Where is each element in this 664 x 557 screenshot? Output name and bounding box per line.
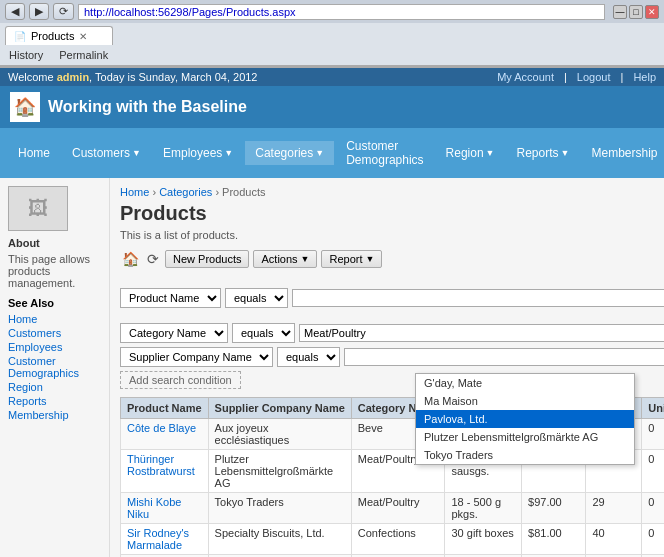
app-header: Welcome admin, Today is Sunday, March 04… xyxy=(0,68,664,86)
maximize-button[interactable]: □ xyxy=(629,5,643,19)
sidebar-link-home[interactable]: Home xyxy=(8,313,101,325)
nav-customer-demographics[interactable]: Customer Demographics xyxy=(336,134,433,172)
supplier-option-ma-maison[interactable]: Ma Maison xyxy=(416,392,634,410)
history-button[interactable]: History xyxy=(5,48,47,62)
new-products-button[interactable]: New Products xyxy=(165,250,249,268)
brand-icon: 🏠 xyxy=(10,92,40,122)
browser-tab[interactable]: 📄 Products ✕ xyxy=(5,26,113,45)
cell-in-stock: 29 xyxy=(586,493,642,524)
tab-close-icon[interactable]: ✕ xyxy=(79,31,87,42)
nav-membership[interactable]: Membership xyxy=(581,141,664,165)
my-account-link[interactable]: My Account xyxy=(497,71,554,83)
cell-on-order: 0 xyxy=(642,419,664,450)
about-text: This page allows products management. xyxy=(8,253,101,289)
nav-employees[interactable]: Employees ▼ xyxy=(153,141,243,165)
filter-3-value[interactable] xyxy=(344,348,664,366)
product-link-0[interactable]: Côte de Blaye xyxy=(127,422,196,434)
cell-supplier: Tokyo Traders xyxy=(208,493,351,524)
report-caret: ▼ xyxy=(366,254,375,264)
brand-bar: 🏠 Working with the Baseline xyxy=(0,86,664,128)
filter-row-3: Supplier Company Name equals 🟥 ➕ G'day, … xyxy=(120,347,664,367)
cell-price: $81.00 xyxy=(522,524,586,555)
welcome-text: Welcome admin, Today is Sunday, March 04… xyxy=(8,71,257,83)
product-link-1[interactable]: Thüringer Rostbratwurst xyxy=(127,453,195,477)
report-button[interactable]: Report ▼ xyxy=(321,250,382,268)
breadcrumb-home[interactable]: Home xyxy=(120,186,149,198)
filter-1-operator[interactable]: equals xyxy=(225,288,288,308)
add-condition-button[interactable]: Add search condition xyxy=(120,371,241,389)
sidebar-link-membership[interactable]: Membership xyxy=(8,409,101,421)
filter-3-operator[interactable]: equals xyxy=(277,347,340,367)
filter-1-value[interactable] xyxy=(292,289,664,307)
cell-product-name: Côte de Blaye xyxy=(121,419,209,450)
supplier-option-pavlova[interactable]: Pavlova, Ltd. xyxy=(416,410,634,428)
nav-reports[interactable]: Reports ▼ xyxy=(507,141,580,165)
header-nav: My Account | Logout | Help xyxy=(497,71,656,83)
breadcrumb: Home › Categories › Products xyxy=(120,186,664,198)
filter-3-field[interactable]: Supplier Company Name xyxy=(120,347,273,367)
filter-2-field[interactable]: Category Name xyxy=(120,323,228,343)
supplier-option-gday[interactable]: G'day, Mate xyxy=(416,374,634,392)
main-content: Home › Categories › Products Products Th… xyxy=(110,178,664,557)
product-link-2[interactable]: Mishi Kobe Niku xyxy=(127,496,181,520)
breadcrumb-categories[interactable]: Categories xyxy=(159,186,212,198)
sidebar-link-customer-demographics[interactable]: Customer Demographics xyxy=(8,355,101,379)
cell-supplier: Aux joyeux ecclésiastiques xyxy=(208,419,351,450)
logout-link[interactable]: Logout xyxy=(577,71,611,83)
col-supplier: Supplier Company Name xyxy=(208,398,351,419)
cell-supplier: Specialty Biscuits, Ltd. xyxy=(208,524,351,555)
filter-2-operator[interactable]: equals xyxy=(232,323,295,343)
nav-categories[interactable]: Categories ▼ xyxy=(245,141,334,165)
col-product-name: Product Name xyxy=(121,398,209,419)
sidebar-image: 🖼 xyxy=(8,186,68,231)
window-controls: — □ ✕ xyxy=(613,5,659,19)
cell-qty: 30 gift boxes xyxy=(445,524,522,555)
today-text: Today is Sunday, March 04, 2012 xyxy=(95,71,257,83)
address-bar[interactable] xyxy=(78,4,605,20)
sidebar-link-reports[interactable]: Reports xyxy=(8,395,101,407)
help-link[interactable]: Help xyxy=(633,71,656,83)
nav-home[interactable]: Home xyxy=(8,141,60,165)
filter-1-field[interactable]: Product Name xyxy=(120,288,221,308)
cell-on-order: 0 xyxy=(642,493,664,524)
product-link-3[interactable]: Sir Rodney's Marmalade xyxy=(127,527,189,551)
cell-product-name: Sir Rodney's Marmalade xyxy=(121,524,209,555)
nav-region[interactable]: Region ▼ xyxy=(436,141,505,165)
cell-product-name: Thüringer Rostbratwurst xyxy=(121,450,209,493)
brand-title: Working with the Baseline xyxy=(48,98,247,116)
cell-category: Meat/Poultry xyxy=(351,493,445,524)
browser-chrome: ◀ ▶ ⟳ — □ ✕ 📄 Products ✕ History Permali… xyxy=(0,0,664,68)
browser-toolbar: History Permalink xyxy=(0,45,664,67)
actions-label: Actions xyxy=(261,253,297,265)
tab-icon: 📄 xyxy=(14,31,26,42)
cell-supplier: Plutzer Lebensmittelgroßmärkte AG xyxy=(208,450,351,493)
sidebar-link-region[interactable]: Region xyxy=(8,381,101,393)
customers-caret: ▼ xyxy=(132,148,141,158)
refresh-button[interactable]: ⟳ xyxy=(53,3,74,20)
col-on-order: Units On Order xyxy=(642,398,664,419)
reports-caret: ▼ xyxy=(561,148,570,158)
cell-product-name: Mishi Kobe Niku xyxy=(121,493,209,524)
browser-titlebar: ◀ ▶ ⟳ — □ ✕ xyxy=(0,0,664,23)
permalink-button[interactable]: Permalink xyxy=(55,48,112,62)
home-icon-btn[interactable]: 🏠 xyxy=(120,249,141,269)
nav-customers[interactable]: Customers ▼ xyxy=(62,141,151,165)
back-button[interactable]: ◀ xyxy=(5,3,25,20)
browser-tabbar: 📄 Products ✕ xyxy=(0,23,664,45)
filters: Product Name equals 🟥 Search Reset Categ… xyxy=(120,277,664,389)
sidebar-link-customers[interactable]: Customers xyxy=(8,327,101,339)
filter-2-value[interactable] xyxy=(299,324,664,342)
page-title: Products xyxy=(120,202,664,225)
close-button[interactable]: ✕ xyxy=(645,5,659,19)
supplier-option-tokyo[interactable]: Tokyo Traders xyxy=(416,446,634,464)
forward-button[interactable]: ▶ xyxy=(29,3,49,20)
cell-category: Confections xyxy=(351,524,445,555)
refresh-icon-btn[interactable]: ⟳ xyxy=(145,249,161,269)
see-also-label: See Also xyxy=(8,297,101,309)
sidebar-link-employees[interactable]: Employees xyxy=(8,341,101,353)
page-description: This is a list of products. xyxy=(120,229,664,241)
cell-on-order: 0 xyxy=(642,524,664,555)
minimize-button[interactable]: — xyxy=(613,5,627,19)
supplier-option-plutzer[interactable]: Plutzer Lebensmittelgroßmärkte AG xyxy=(416,428,634,446)
actions-button[interactable]: Actions ▼ xyxy=(253,250,317,268)
